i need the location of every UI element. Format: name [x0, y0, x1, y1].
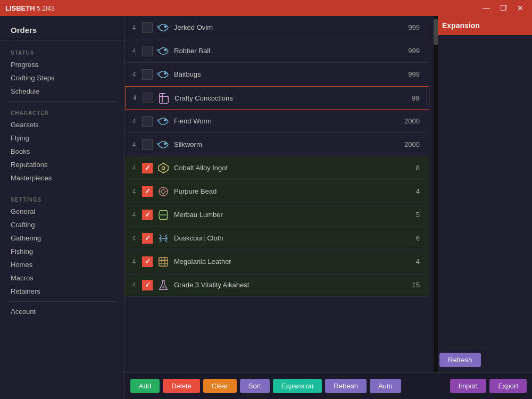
delete-button[interactable]: Delete	[163, 379, 200, 393]
sidebar-item-account[interactable]: Account	[0, 305, 124, 318]
titlebar: LISBETH 5.2f43 — ❐ ✕	[0, 0, 532, 16]
sidebar: Orders STATUS Progress Crafting Steps Sc…	[0, 16, 125, 399]
sidebar-item-general[interactable]: General	[0, 205, 124, 218]
order-qty: 2000	[398, 117, 425, 125]
maximize-button[interactable]: ❐	[497, 2, 510, 14]
order-row: 4 Jerked Ovim 999	[125, 16, 429, 39]
sidebar-item-retainers[interactable]: Retainers	[0, 285, 124, 298]
sidebar-item-books[interactable]: Books	[0, 145, 124, 158]
titlebar-controls: — ❐ ✕	[480, 2, 527, 14]
sidebar-item-gearsets[interactable]: Gearsets	[0, 118, 124, 131]
expansion-button[interactable]: Expansion	[273, 379, 322, 393]
order-num: 4	[129, 47, 139, 55]
order-qty: 999	[398, 70, 425, 78]
svg-point-2	[164, 72, 166, 74]
order-num: 4	[130, 94, 139, 102]
export-button[interactable]: Export	[489, 379, 527, 393]
sidebar-item-masterpieces[interactable]: Masterpieces	[0, 171, 124, 185]
order-checkbox[interactable]	[142, 139, 153, 150]
order-checkbox[interactable]	[142, 186, 153, 197]
order-icon	[156, 90, 171, 105]
order-qty: 5	[398, 211, 425, 219]
main-content: 4 Jerked Ovim 999 4 Robber Ball 999 4	[125, 16, 532, 399]
order-checkbox[interactable]	[142, 233, 153, 244]
divider-3	[8, 301, 117, 302]
order-name: Megalania Leather	[174, 257, 395, 265]
svg-point-8	[161, 189, 165, 193]
add-button[interactable]: Add	[130, 379, 160, 393]
order-checkbox[interactable]	[142, 22, 153, 33]
order-num: 4	[129, 141, 139, 148]
order-checkbox[interactable]	[142, 116, 153, 127]
auto-button[interactable]: Auto	[370, 379, 401, 393]
expansion-refresh-button[interactable]: Refresh	[439, 353, 481, 367]
order-name: Purpure Bead	[174, 187, 395, 195]
clear-button[interactable]: Clear	[203, 379, 237, 393]
order-checkbox[interactable]	[142, 69, 153, 80]
order-icon	[156, 254, 171, 269]
order-row: 4 Silkworm 2000	[125, 133, 429, 156]
app-body: Orders STATUS Progress Crafting Steps Sc…	[0, 16, 532, 399]
divider-1	[8, 101, 117, 102]
sidebar-item-homes[interactable]: Homes	[0, 258, 124, 271]
close-button[interactable]: ✕	[514, 2, 527, 14]
order-name: Silkworm	[174, 140, 395, 148]
order-icon	[156, 161, 171, 176]
order-checkbox[interactable]	[142, 163, 153, 173]
svg-marker-5	[159, 163, 168, 172]
sidebar-item-progress[interactable]: Progress	[0, 58, 124, 71]
order-qty: 15	[398, 281, 425, 289]
sidebar-item-crafting[interactable]: Crafting	[0, 218, 124, 231]
sort-button[interactable]: Sort	[240, 379, 270, 393]
order-row: 4 Purpure Bead 4	[125, 180, 429, 203]
order-row: 4 Duskcourt Cloth 6	[125, 227, 429, 250]
order-qty: 999	[398, 47, 425, 55]
order-num: 4	[129, 71, 139, 78]
order-checkbox[interactable]	[142, 210, 153, 220]
order-name: Grade 3 Vitality Alkahest	[174, 281, 395, 289]
orders-scrollbar[interactable]	[434, 16, 438, 372]
sidebar-item-gathering[interactable]: Gathering	[0, 231, 124, 245]
order-name: Cobalt Alloy Ingot	[174, 164, 395, 172]
sidebar-item-fishing[interactable]: Fishing	[0, 245, 124, 258]
order-checkbox[interactable]	[142, 46, 153, 56]
svg-rect-9	[159, 257, 168, 266]
order-icon	[156, 278, 171, 293]
order-icon	[156, 184, 171, 199]
order-checkbox[interactable]	[142, 280, 153, 290]
orders-scroll-thumb[interactable]	[434, 19, 438, 45]
order-num: 4	[129, 24, 139, 31]
expansion-content	[434, 35, 532, 347]
order-row: 4 Cobalt Alloy Ingot 8	[125, 156, 429, 180]
sidebar-item-macros[interactable]: Macros	[0, 271, 124, 285]
sidebar-item-crafting-steps[interactable]: Crafting Steps	[0, 71, 124, 85]
svg-point-4	[164, 143, 166, 144]
order-row: 4 Baitbugs 999	[125, 63, 429, 86]
expansion-footer: Refresh	[434, 347, 532, 372]
sidebar-item-flying[interactable]: Flying	[0, 131, 124, 145]
sidebar-section-character: CHARACTER	[0, 107, 124, 118]
sidebar-section-status: STATUS	[0, 47, 124, 58]
order-row: 4 Robber Ball 999	[125, 39, 429, 63]
order-qty: 2000	[398, 140, 425, 148]
order-icon	[156, 44, 171, 59]
order-qty: 4	[398, 257, 425, 265]
svg-point-3	[164, 119, 166, 121]
import-button[interactable]: Import	[450, 379, 487, 393]
order-checkbox[interactable]	[142, 256, 153, 267]
sidebar-item-reputations[interactable]: Reputations	[0, 158, 124, 171]
order-checkbox[interactable]	[143, 93, 153, 103]
sidebar-orders-header[interactable]: Orders	[0, 21, 124, 40]
order-num: 4	[129, 188, 139, 195]
order-icon	[156, 207, 171, 222]
order-icon	[156, 231, 171, 246]
order-num: 4	[129, 118, 139, 125]
order-row: 4 Fiend Worm 2000	[125, 110, 429, 133]
sidebar-item-schedule[interactable]: Schedule	[0, 85, 124, 98]
order-num: 4	[129, 235, 139, 242]
minimize-button[interactable]: —	[480, 2, 493, 14]
refresh-button[interactable]: Refresh	[325, 379, 367, 393]
order-num: 4	[129, 258, 139, 265]
order-name: Fiend Worm	[174, 117, 395, 125]
order-name: Baitbugs	[174, 70, 395, 78]
